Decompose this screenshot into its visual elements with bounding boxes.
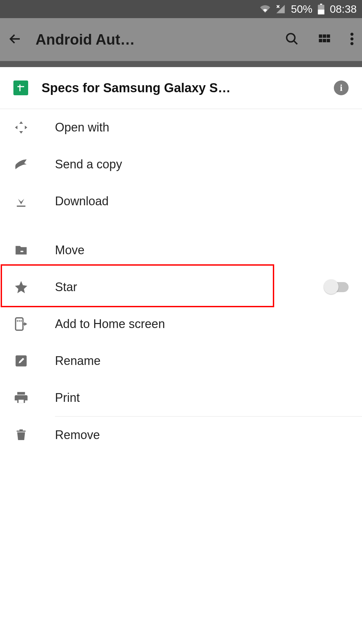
menu-label: Add to Home screen (55, 317, 165, 331)
back-icon[interactable] (8, 32, 22, 47)
add-home-icon (13, 317, 29, 331)
menu-item-download[interactable]: Download (0, 183, 275, 220)
file-title: Specs for Samsung Galaxy S… (42, 81, 275, 95)
actions-menu: Open with Send a copy Download Move (0, 109, 275, 453)
share-icon (13, 157, 29, 172)
menu-item-move[interactable]: Move (0, 232, 275, 269)
menu-label: Remove (55, 428, 100, 442)
app-toolbar: Android Aut… (0, 18, 275, 61)
menu-label: Star (55, 280, 77, 294)
svg-rect-13 (17, 206, 25, 207)
menu-label: Rename (55, 354, 101, 368)
menu-label: Print (55, 391, 80, 405)
menu-item-open-with[interactable]: Open with (0, 109, 275, 146)
svg-rect-19 (18, 400, 23, 403)
svg-rect-14 (16, 318, 23, 330)
wifi-icon (260, 4, 270, 14)
open-with-icon (13, 120, 29, 135)
sheet-header: Specs for Samsung Galaxy S… i (0, 67, 275, 109)
sheets-file-icon (13, 80, 28, 95)
menu-label: Send a copy (55, 157, 122, 171)
menu-item-print[interactable]: Print (0, 379, 275, 416)
app-title: Android Aut… (36, 31, 153, 48)
svg-rect-17 (20, 320, 22, 322)
menu-item-rename[interactable]: Rename (0, 342, 275, 379)
star-icon (13, 280, 29, 294)
download-icon (13, 194, 29, 209)
svg-rect-15 (17, 320, 18, 322)
svg-rect-16 (19, 320, 20, 322)
menu-item-star[interactable]: Star (0, 269, 275, 306)
status-bar: 50% 08:38 (0, 0, 275, 18)
trash-icon (13, 428, 29, 442)
print-icon (13, 390, 29, 406)
menu-item-send-copy[interactable]: Send a copy (0, 146, 275, 183)
bottom-sheet: Specs for Samsung Galaxy S… i Open with … (0, 67, 275, 488)
menu-label: Open with (55, 120, 109, 135)
rename-icon (13, 354, 29, 368)
menu-item-remove[interactable]: Remove (0, 417, 275, 453)
menu-label: Move (55, 243, 84, 257)
folder-move-icon (13, 243, 29, 258)
menu-item-add-home[interactable]: Add to Home screen (0, 306, 275, 342)
menu-label: Download (55, 194, 109, 208)
